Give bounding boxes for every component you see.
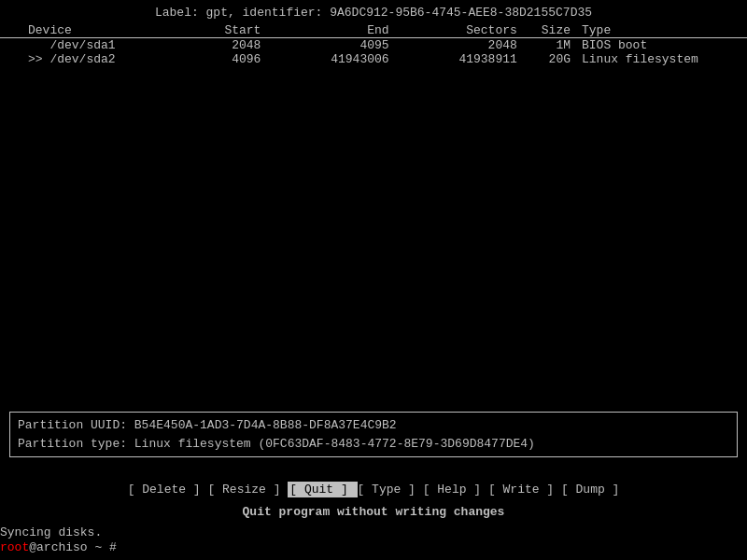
- cell-type: Linux filesystem: [576, 52, 747, 66]
- menu-items-container: [ Delete ] [ Resize ] [ Quit ] [ Type ] …: [128, 482, 620, 497]
- col-header-start: Start: [138, 23, 266, 38]
- col-header-type: Type: [576, 23, 747, 38]
- col-header-end: End: [266, 23, 394, 38]
- table-row: >> /dev/sda24096419430064193891120GLinux…: [0, 52, 747, 66]
- prompt-user: root: [0, 540, 29, 554]
- prompt-at: @: [29, 540, 36, 554]
- cell-device: >> /dev/sda2: [0, 52, 138, 66]
- syncing-text: Syncing disks.: [0, 525, 102, 539]
- partition-type-line: Partition type: Linux filesystem (0FC63D…: [18, 435, 729, 454]
- partition-table: Device Start End Sectors Size Type /dev/…: [0, 23, 747, 66]
- menu-item[interactable]: [ Type ]: [358, 483, 423, 497]
- cell-end: 4095: [266, 38, 394, 53]
- cell-device: /dev/sda1: [0, 38, 138, 53]
- info-box: Partition UUID: B54E450A-1AD3-7D4A-8B88-…: [9, 412, 738, 457]
- col-header-size: Size: [523, 23, 576, 38]
- col-header-device: Device: [0, 23, 138, 38]
- menu-item[interactable]: [ Quit ]: [288, 482, 357, 497]
- table-row: /dev/sda12048409520481MBIOS boot: [0, 38, 747, 53]
- menu-item[interactable]: [ Delete ]: [128, 483, 208, 497]
- syncing-line: Syncing disks.: [0, 525, 102, 539]
- menu-item[interactable]: [ Help ]: [423, 483, 488, 497]
- cell-end: 41943006: [266, 52, 394, 66]
- partition-rows: /dev/sda12048409520481MBIOS boot>> /dev/…: [0, 38, 747, 67]
- menu-item[interactable]: [ Write ]: [488, 483, 561, 497]
- prompt-host: archiso: [36, 540, 88, 554]
- partition-uuid-line: Partition UUID: B54E450A-1AD3-7D4A-8B88-…: [18, 416, 729, 435]
- cell-size: 1M: [523, 38, 576, 53]
- cell-sectors: 2048: [395, 38, 523, 53]
- cell-start: 2048: [138, 38, 266, 53]
- cell-sectors: 41938911: [395, 52, 523, 66]
- prompt-line: root@archiso ~ #: [0, 540, 117, 554]
- bottom-menu: [ Delete ] [ Resize ] [ Quit ] [ Type ] …: [0, 483, 747, 497]
- menu-item[interactable]: [ Dump ]: [561, 483, 619, 497]
- col-header-sectors: Sectors: [395, 23, 523, 38]
- quit-description: Quit program without writing changes: [0, 505, 747, 519]
- terminal-screen: Label: gpt, identifier: 9A6DC912-95B6-47…: [0, 0, 747, 560]
- top-section: Label: gpt, identifier: 9A6DC912-95B6-47…: [0, 0, 747, 66]
- menu-item[interactable]: [ Resize ]: [207, 483, 288, 497]
- table-header-row: Device Start End Sectors Size Type: [0, 23, 747, 38]
- label-line: Label: gpt, identifier: 9A6DC912-95B6-47…: [0, 6, 747, 20]
- cell-start: 4096: [138, 52, 266, 66]
- prompt-path: ~ #: [88, 540, 117, 554]
- cell-type: BIOS boot: [576, 38, 747, 53]
- cell-size: 20G: [523, 52, 576, 66]
